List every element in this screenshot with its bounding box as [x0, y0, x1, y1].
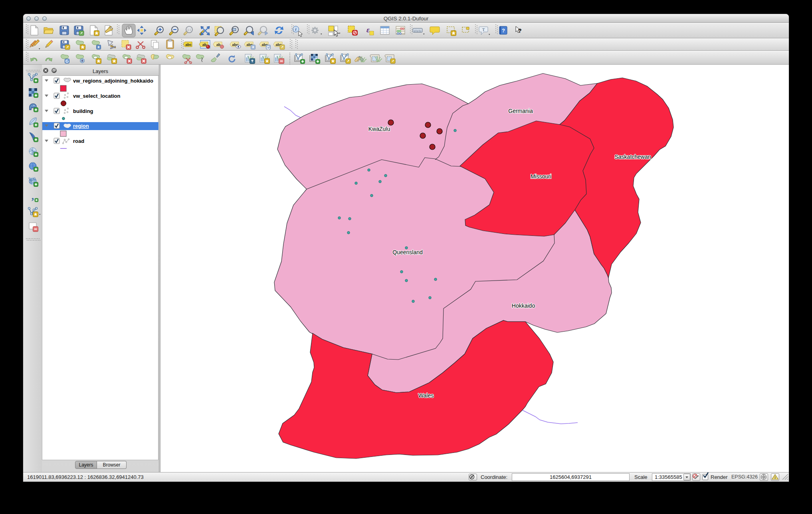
svg-text:building: building: [73, 108, 93, 114]
svg-text:Saskatchewan: Saskatchewan: [614, 154, 651, 160]
svg-text:Germania: Germania: [508, 108, 533, 114]
svg-text:!: !: [774, 476, 776, 480]
svg-text:vw_select_location: vw_select_location: [73, 93, 121, 99]
svg-text:Missouri: Missouri: [531, 173, 551, 180]
svg-text:vw_regions_adjoining_hokkaido: vw_regions_adjoining_hokkaido: [73, 78, 153, 84]
svg-text:region: region: [73, 123, 89, 129]
svg-text:,: ,: [32, 190, 34, 202]
svg-text:road: road: [73, 138, 84, 144]
svg-text:Hokkaido: Hokkaido: [512, 302, 535, 309]
svg-text:KwaZulu: KwaZulu: [368, 126, 390, 132]
svg-text:Queensland: Queensland: [392, 249, 423, 255]
svg-text:Wales: Wales: [418, 392, 434, 399]
